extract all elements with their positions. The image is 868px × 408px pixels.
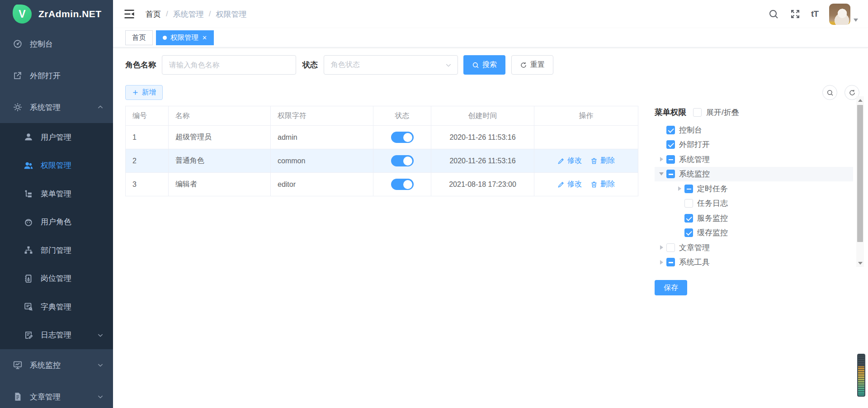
tree-checkbox[interactable] xyxy=(666,170,675,178)
tree-node-8[interactable]: 文章管理 xyxy=(655,240,853,255)
breadcrumb-item-2[interactable]: 权限管理 xyxy=(216,9,246,19)
tree-checkbox[interactable] xyxy=(666,243,675,252)
add-button[interactable]: 新增 xyxy=(125,85,163,100)
tree-collapse-caret[interactable] xyxy=(660,245,663,250)
sidebar-subitem-1[interactable]: 权限管理 xyxy=(0,152,113,180)
sidebar-subitem-2[interactable]: 菜单管理 xyxy=(0,180,113,208)
delete-link[interactable]: 删除 xyxy=(590,180,615,189)
external-link-icon xyxy=(13,71,23,81)
logo-icon: V xyxy=(13,5,32,24)
sidebar-subitem-6[interactable]: 字典管理 xyxy=(0,293,113,321)
breadcrumb-item-0[interactable]: 首页 xyxy=(146,9,161,19)
cell-id: 1 xyxy=(126,126,169,149)
menu-fold-icon[interactable] xyxy=(123,8,136,20)
sidebar-subitem-4[interactable]: 部门管理 xyxy=(0,236,113,265)
fullscreen-icon[interactable] xyxy=(789,8,801,20)
scrollbar-up-arrow[interactable] xyxy=(856,96,864,104)
tree-node-7[interactable]: 缓存监控 xyxy=(655,226,853,241)
chevron-down-icon xyxy=(445,62,452,69)
expand-collapse-checkbox[interactable] xyxy=(693,108,702,117)
status-toggle[interactable] xyxy=(391,132,414,143)
reset-button[interactable]: 重置 xyxy=(511,55,553,75)
tree-collapse-caret[interactable] xyxy=(660,260,663,265)
tree-checkbox[interactable] xyxy=(666,140,675,149)
content-body: 编号名称权限字符状态创建时间操作1超级管理员admin2020-11-26 11… xyxy=(125,106,859,295)
breadcrumb: 首页/系统管理/权限管理 xyxy=(146,9,246,19)
log-icon xyxy=(24,330,33,340)
breadcrumb-item-1[interactable]: 系统管理 xyxy=(173,9,204,19)
status-toggle[interactable] xyxy=(391,155,414,166)
column-header: 操作 xyxy=(534,106,638,126)
tab-0[interactable]: 首页 xyxy=(125,30,153,45)
tree-collapse-caret[interactable] xyxy=(678,186,681,191)
sidebar-subitem-5[interactable]: 岗位管理 xyxy=(0,265,113,293)
sidebar-item-4[interactable]: 文章管理 xyxy=(0,381,113,408)
tree-node-6[interactable]: 服务监控 xyxy=(655,211,853,226)
chevron-down-icon[interactable] xyxy=(854,19,858,22)
tree-node-9[interactable]: 系统工具 xyxy=(655,255,853,270)
table-row[interactable]: 3编辑者editor2021-08-18 17:23:00修改删除 xyxy=(126,173,638,196)
org-chart-icon xyxy=(24,245,33,255)
tree-checkbox[interactable] xyxy=(666,258,675,266)
tree-expand-caret[interactable] xyxy=(659,172,664,176)
scrollbar-down-arrow[interactable] xyxy=(856,259,864,267)
navbar-tools: tT xyxy=(758,4,858,25)
chevron-up-icon xyxy=(97,104,104,111)
sidebar-item-2[interactable]: 系统管理 xyxy=(0,91,113,123)
sidebar-subitem-0[interactable]: 用户管理 xyxy=(0,123,113,152)
tree-scrollbar[interactable] xyxy=(856,96,864,267)
status-select[interactable]: 角色状态 xyxy=(324,55,458,75)
edit-link[interactable]: 修改 xyxy=(557,180,582,189)
roles-table: 编号名称权限字符状态创建时间操作1超级管理员admin2020-11-26 11… xyxy=(125,106,638,196)
user-icon xyxy=(24,132,33,142)
tree-checkbox[interactable] xyxy=(666,155,675,164)
tree-checkbox[interactable] xyxy=(666,126,675,134)
search-circle-button[interactable] xyxy=(822,85,837,100)
cell-id: 2 xyxy=(126,149,169,173)
sidebar-item-0[interactable]: 控制台 xyxy=(0,28,113,60)
tree-node-4[interactable]: 定时任务 xyxy=(655,181,853,196)
font-size-icon[interactable]: tT xyxy=(811,8,818,20)
tabs-bar: 首页权限管理✕ xyxy=(113,28,868,47)
tree-node-1[interactable]: 外部打开 xyxy=(655,138,853,152)
tree-checkbox[interactable] xyxy=(684,185,693,193)
tree-checkbox[interactable] xyxy=(684,228,693,237)
search-icon[interactable] xyxy=(768,8,779,20)
scrollbar-thumb[interactable] xyxy=(857,105,863,242)
tree-checkbox[interactable] xyxy=(684,199,693,208)
status-label: 状态 xyxy=(302,60,318,70)
tree-node-2[interactable]: 系统管理 xyxy=(655,152,853,167)
cell-id: 3 xyxy=(126,173,169,196)
tree-collapse-caret[interactable] xyxy=(660,157,663,161)
tree-checkbox[interactable] xyxy=(684,214,693,223)
table-row[interactable]: 1超级管理员admin2020-11-26 11:53:16 xyxy=(126,126,638,149)
status-toggle[interactable] xyxy=(391,179,414,190)
users-icon xyxy=(24,161,33,171)
edit-link[interactable]: 修改 xyxy=(557,156,582,166)
tree-node-3[interactable]: 系统监控 xyxy=(655,167,853,182)
role-name-input[interactable] xyxy=(162,55,296,75)
app-title: ZrAdmin.NET xyxy=(38,9,102,19)
tree-node-5[interactable]: 任务日志 xyxy=(655,196,853,211)
dictionary-icon xyxy=(24,302,33,312)
sidebar-subitem-3[interactable]: 用户角色 xyxy=(0,208,113,237)
search-button[interactable]: 搜索 xyxy=(463,55,505,75)
cell-perm-key: common xyxy=(271,149,373,173)
app-root: V ZrAdmin.NET 控制台外部打开系统管理用户管理权限管理菜单管理用户角… xyxy=(0,0,868,408)
tree-node-0[interactable]: 控制台 xyxy=(655,123,853,138)
permission-tree: 控制台外部打开系统管理系统监控定时任务任务日志服务监控缓存监控文章管理系统工具 xyxy=(655,123,864,270)
tab-close-icon[interactable]: ✕ xyxy=(202,35,207,41)
sidebar-item-1[interactable]: 外部打开 xyxy=(0,60,113,91)
user-avatar[interactable] xyxy=(829,4,850,25)
sidebar-subitem-7[interactable]: 日志管理 xyxy=(0,321,113,350)
roles-table-wrap: 编号名称权限字符状态创建时间操作1超级管理员admin2020-11-26 11… xyxy=(125,106,638,196)
page-content: 角色名称 状态 角色状态 搜索 重置 xyxy=(113,47,868,408)
cell-created: 2020-11-26 11:53:16 xyxy=(431,149,534,173)
sidebar-item-3[interactable]: 系统监控 xyxy=(0,349,113,381)
permission-panel-header: 菜单权限 展开/折叠 xyxy=(655,107,864,118)
save-button[interactable]: 保存 xyxy=(655,280,687,295)
tab-1[interactable]: 权限管理✕ xyxy=(156,30,214,45)
monitor-icon xyxy=(13,360,23,370)
delete-link[interactable]: 删除 xyxy=(590,156,615,166)
table-row[interactable]: 2普通角色common2020-11-26 11:53:16修改删除 xyxy=(126,149,638,173)
